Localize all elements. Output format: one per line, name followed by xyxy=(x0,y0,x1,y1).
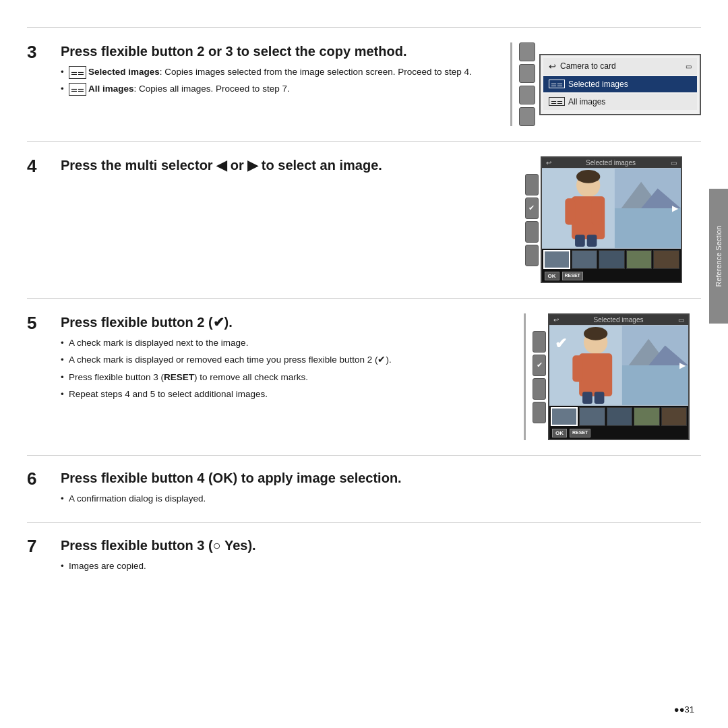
step-5-thumb-2 xyxy=(579,407,605,426)
reference-sidebar-label: Reference Section xyxy=(715,226,723,287)
all-images-menu-label: All images xyxy=(568,97,605,107)
flex-btn-4 xyxy=(519,107,535,126)
step-7-row: 7 Press flexible button 3 (○ Yes). Image… xyxy=(27,530,701,583)
thumb-5 xyxy=(653,250,679,269)
step-3-bullet-1-icon: ⚌⚌ xyxy=(69,66,86,79)
step-5-arrow-right: ▶ xyxy=(679,361,686,370)
svg-point-23 xyxy=(584,327,607,340)
camera-to-card-icon: ↩ xyxy=(549,61,556,71)
camera-to-card-label: Camera to card xyxy=(560,61,616,71)
step-7-circle: ○ xyxy=(213,538,221,553)
step-5-content: Press flexible button 2 (✔). A check mar… xyxy=(61,313,506,404)
step-5-back-icon: ↩ xyxy=(553,316,559,324)
step-4-back-icon: ↩ xyxy=(546,159,551,166)
step-3-flex-buttons xyxy=(519,42,535,126)
divider-3 xyxy=(27,298,701,299)
step-4-reset-label: RESET xyxy=(562,272,583,280)
svg-rect-4 xyxy=(614,208,680,248)
thumb-3 xyxy=(599,250,624,269)
step-5-bullet-2: A check mark is displayed or removed eac… xyxy=(61,353,499,367)
step-3-vert-divider xyxy=(510,42,512,126)
step-5-check-symbol: ✔ xyxy=(213,315,224,330)
thumb-4 xyxy=(626,250,652,269)
step-5-ok-label: OK xyxy=(552,429,567,437)
step-5-reset-label: RESET xyxy=(570,429,590,437)
step-4-btn-2: ✔ xyxy=(525,198,539,219)
step-5-bullet-1: A check mark is displayed next to the im… xyxy=(61,336,499,350)
all-images-bold: All images xyxy=(88,84,134,94)
step-4-btn-1 xyxy=(525,174,539,195)
page-num-text: 31 xyxy=(685,704,694,715)
step-4-check-icon: ✔ xyxy=(528,204,535,212)
divider-2 xyxy=(27,141,701,142)
step-4-main-image: ▶ xyxy=(542,168,681,249)
divider-4 xyxy=(27,455,701,456)
step-3-camera-menu: ↩ Camera to card ▭ ⚌⚌ Selected images ⚌⚌… xyxy=(539,54,701,115)
step-7-content: Press flexible button 3 (○ Yes). Images … xyxy=(61,537,701,576)
step-3-image: ↩ Camera to card ▭ ⚌⚌ Selected images ⚌⚌… xyxy=(504,42,701,126)
step-4-side-buttons: ✔ xyxy=(525,174,539,266)
step-5-btn-4 xyxy=(533,402,546,423)
step-5-screen-header: ↩ Selected images ▭ xyxy=(549,315,688,325)
step-5-thumbnails xyxy=(549,406,688,427)
step-6-number: 6 xyxy=(27,469,54,489)
svg-rect-16 xyxy=(622,365,688,405)
step-5-thumb-1 xyxy=(551,407,578,426)
menu-item-camera-to-card: ↩ Camera to card ▭ xyxy=(543,58,697,75)
svg-rect-21 xyxy=(582,392,593,404)
step-4-cam-wrapper: ✔ ↩ Selected images ▭ xyxy=(525,156,682,283)
step-7-bullet-1: Images are copied. xyxy=(61,559,694,573)
step-6-bullet-1: A confirmation dialog is displayed. xyxy=(61,492,694,506)
svg-rect-7 xyxy=(565,198,575,224)
divider-5 xyxy=(27,522,701,523)
step-6-row: 6 Press flexible button 4 (OK) to apply … xyxy=(27,462,701,516)
step-7-yes: Yes xyxy=(224,538,247,553)
step-5-bullets: A check mark is displayed next to the im… xyxy=(61,336,499,401)
step-5-check-btn-icon: ✔ xyxy=(537,361,543,369)
thumb-1 xyxy=(543,250,570,269)
reference-sidebar: Reference Section xyxy=(709,189,728,324)
step-5-row: 5 Press flexible button 2 (✔). A check m… xyxy=(27,305,701,448)
step-3-bullet-1: ⚌⚌Selected images: Copies images selecte… xyxy=(61,65,497,79)
menu-item-selected-images: ⚌⚌ Selected images xyxy=(543,76,697,92)
battery-icon: ▭ xyxy=(686,63,692,70)
step-5-bullet-4: Repeat steps 4 and 5 to select additiona… xyxy=(61,388,499,401)
selected-images-menu-label: Selected images xyxy=(568,80,628,89)
step-4-ok-label: OK xyxy=(545,272,559,280)
step-4-btn-4 xyxy=(525,245,539,266)
page-number: ●●31 xyxy=(674,704,694,715)
step-3-row: 3 Press flexible button 2 or 3 to select… xyxy=(27,34,701,134)
step-4-thumbnails xyxy=(542,249,681,270)
step-6-content: Press flexible button 4 (OK) to apply im… xyxy=(61,469,701,509)
step-5-person-svg: ✔ xyxy=(549,325,688,406)
svg-rect-9 xyxy=(575,235,585,247)
svg-rect-22 xyxy=(595,392,605,404)
divider-top xyxy=(27,27,701,28)
page-num-icon: ●● xyxy=(674,704,685,715)
step-5-cam-wrapper: ✔ ↩ Selected images ▭ xyxy=(533,313,690,440)
all-images-menu-icon: ⚌⚌ xyxy=(549,97,565,106)
step-4-btn-3 xyxy=(525,221,539,243)
selected-images-bold: Selected images xyxy=(88,67,160,77)
step-7-bullets: Images are copied. xyxy=(61,559,694,573)
step-5-screen: ↩ Selected images ▭ xyxy=(548,313,690,440)
step-4-battery: ▭ xyxy=(671,159,677,166)
step-4-image: ✔ ↩ Selected images ▭ xyxy=(506,156,701,283)
step-5-battery: ▭ xyxy=(678,316,684,324)
svg-text:✔: ✔ xyxy=(555,335,567,352)
step-4-person-svg xyxy=(542,168,681,249)
step-4-arrow-right: ▶ xyxy=(672,204,678,213)
step-4-screen-header: ↩ Selected images ▭ xyxy=(542,158,681,168)
menu-item-all-images: ⚌⚌ All images xyxy=(543,94,697,110)
step-5-side-buttons: ✔ xyxy=(533,331,546,423)
step-4-row: 4 Press the multi selector ◀ or ▶ to sel… xyxy=(27,148,701,291)
svg-point-11 xyxy=(576,170,600,183)
step-3-title: Press flexible button 2 or 3 to select t… xyxy=(61,42,497,60)
step-6-ok-bold: OK xyxy=(213,471,233,485)
step-6-bullets: A confirmation dialog is displayed. xyxy=(61,492,694,506)
svg-rect-19 xyxy=(572,355,582,382)
step-3-bullet-2-icon: ⚌⚌ xyxy=(69,83,86,96)
flex-btn-3 xyxy=(519,86,535,104)
step-5-thumb-3 xyxy=(607,407,632,426)
step-7-number: 7 xyxy=(27,537,54,556)
